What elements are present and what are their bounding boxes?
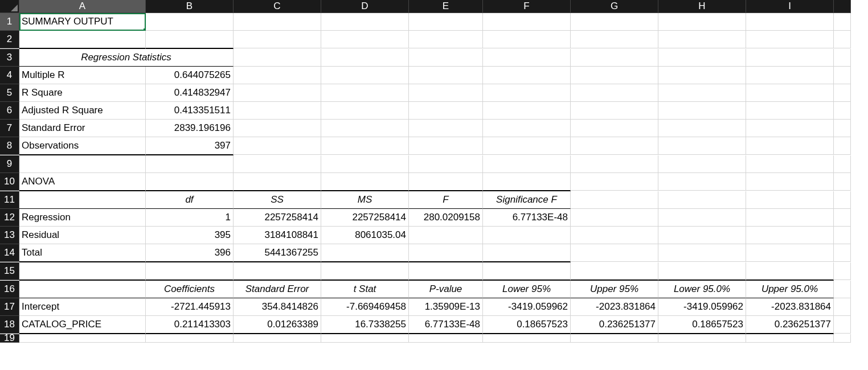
cell-D2[interactable] [321, 31, 409, 48]
row-header-15[interactable]: 15 [0, 262, 19, 280]
cell-B13[interactable]: 395 [146, 227, 234, 244]
cell-I17[interactable]: -2023.831864 [746, 298, 834, 316]
cell-C14[interactable]: 5441367255 [234, 244, 321, 262]
row-header-6[interactable]: 6 [0, 102, 19, 120]
cell-F18[interactable]: 0.18657523 [483, 316, 571, 334]
cell-B14[interactable]: 396 [146, 244, 234, 262]
cell-C9[interactable] [234, 155, 321, 173]
cell-H6[interactable] [658, 102, 746, 120]
cell-G13[interactable] [571, 227, 658, 244]
cell-B1[interactable] [146, 13, 234, 31]
cell-H5[interactable] [658, 84, 746, 102]
cell-G12[interactable] [571, 209, 658, 227]
cell-I7[interactable] [746, 120, 834, 137]
cell-I19[interactable] [746, 334, 834, 343]
cell-edge[interactable] [834, 137, 851, 155]
cell-H18[interactable]: 0.18657523 [658, 316, 746, 334]
cell-G15[interactable] [571, 262, 658, 281]
cell-A9[interactable] [19, 155, 146, 173]
cell-C7[interactable] [234, 120, 321, 137]
cell-D11[interactable]: MS [321, 191, 409, 209]
cell-E18[interactable]: 6.77133E-48 [409, 316, 483, 334]
row-header-9[interactable]: 9 [0, 155, 19, 173]
cell-I8[interactable] [746, 137, 834, 155]
cell-D13[interactable]: 8061035.04 [321, 227, 409, 244]
cell-G11[interactable] [571, 191, 658, 209]
cell-I12[interactable] [746, 209, 834, 227]
cell-E2[interactable] [409, 31, 483, 48]
cell-B18[interactable]: 0.211413303 [146, 316, 234, 334]
cell-I5[interactable] [746, 84, 834, 102]
cell-A10[interactable]: ANOVA [19, 173, 146, 191]
cell-F7[interactable] [483, 120, 571, 137]
cell-I11[interactable] [746, 191, 834, 209]
cell-B15[interactable] [146, 262, 234, 281]
cell-E1[interactable] [409, 13, 483, 31]
cell-D16[interactable]: t Stat [321, 281, 409, 298]
cell-B17[interactable]: -2721.445913 [146, 298, 234, 316]
col-header-C[interactable]: C [234, 0, 321, 13]
cell-H2[interactable] [658, 31, 746, 48]
cell-D6[interactable] [321, 102, 409, 120]
cell-D7[interactable] [321, 120, 409, 137]
cell-A4[interactable]: Multiple R [19, 67, 146, 84]
cell-H10[interactable] [658, 173, 746, 191]
cell-E19[interactable] [409, 334, 483, 343]
cell-C10[interactable] [234, 173, 321, 191]
cell-B8[interactable]: 397 [146, 137, 234, 155]
cell-D1[interactable] [321, 13, 409, 31]
cell-B9[interactable] [146, 155, 234, 173]
cell-F14[interactable] [483, 244, 571, 262]
row-header-4[interactable]: 4 [0, 67, 19, 84]
col-header-E[interactable]: E [409, 0, 483, 13]
cell-B16[interactable]: Coefficients [146, 281, 234, 298]
cell-G18[interactable]: 0.236251377 [571, 316, 658, 334]
cell-H12[interactable] [658, 209, 746, 227]
cell-D4[interactable] [321, 67, 409, 84]
col-header-I[interactable]: I [746, 0, 834, 13]
cell-F16[interactable]: Lower 95% [483, 281, 571, 298]
cell-G6[interactable] [571, 102, 658, 120]
cell-H15[interactable] [658, 262, 746, 281]
cell-F8[interactable] [483, 137, 571, 155]
cell-B7[interactable]: 2839.196196 [146, 120, 234, 137]
cell-F15[interactable] [483, 262, 571, 281]
cell-H8[interactable] [658, 137, 746, 155]
cell-F3[interactable] [483, 49, 571, 67]
cell-E7[interactable] [409, 120, 483, 137]
spreadsheet-grid[interactable]: A B C D E F G H I 1 SUMMARY OUTPUT 2 3 R… [0, 0, 868, 343]
col-header-G[interactable]: G [571, 0, 658, 13]
cell-edge[interactable] [834, 120, 851, 137]
row-header-19[interactable]: 19 [0, 334, 19, 343]
cell-F13[interactable] [483, 227, 571, 244]
cell-H14[interactable] [658, 244, 746, 262]
cell-H7[interactable] [658, 120, 746, 137]
cell-C3[interactable] [234, 49, 321, 67]
cell-F17[interactable]: -3419.059962 [483, 298, 571, 316]
cell-C16[interactable]: Standard Error [234, 281, 321, 298]
cell-A5[interactable]: R Square [19, 84, 146, 102]
cell-F19[interactable] [483, 334, 571, 343]
cell-C17[interactable]: 354.8414826 [234, 298, 321, 316]
cell-I13[interactable] [746, 227, 834, 244]
cell-E16[interactable]: P-value [409, 281, 483, 298]
cell-E3[interactable] [409, 49, 483, 67]
row-header-3[interactable]: 3 [0, 49, 19, 67]
cell-A11[interactable] [19, 191, 146, 209]
col-header-B[interactable]: B [146, 0, 234, 13]
row-header-14[interactable]: 14 [0, 244, 19, 262]
cell-F1[interactable] [483, 13, 571, 31]
cell-D17[interactable]: -7.669469458 [321, 298, 409, 316]
cell-G10[interactable] [571, 173, 658, 191]
row-header-10[interactable]: 10 [0, 173, 19, 191]
cell-C2[interactable] [234, 31, 321, 48]
cell-D8[interactable] [321, 137, 409, 155]
cell-G17[interactable]: -2023.831864 [571, 298, 658, 316]
cell-G1[interactable] [571, 13, 658, 31]
cell-G19[interactable] [571, 334, 658, 343]
col-header-A[interactable]: A [19, 0, 146, 13]
cell-H4[interactable] [658, 67, 746, 84]
cell-I14[interactable] [746, 244, 834, 262]
cell-A18[interactable]: CATALOG_PRICE [19, 316, 146, 334]
cell-D18[interactable]: 16.7338255 [321, 316, 409, 334]
